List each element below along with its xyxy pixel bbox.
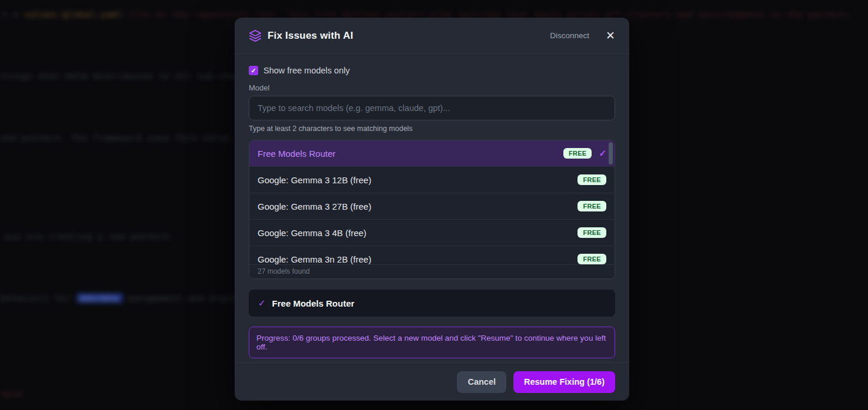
cancel-button[interactable]: Cancel (457, 371, 506, 393)
model-list-item[interactable]: Google: Gemma 3 27B (free) FREE ✓ (249, 193, 615, 220)
selected-model-name: Free Models Router (272, 298, 355, 308)
free-badge: FREE (563, 148, 592, 159)
show-free-models-checkbox-row[interactable]: ✓ Show free models only (249, 66, 615, 75)
background-code-token: values-global.yaml (24, 10, 123, 19)
background-text: behaviors for (0, 294, 77, 303)
close-icon[interactable]: ✕ (606, 30, 615, 41)
background-highlighted-word: secrets (77, 294, 122, 303)
free-badge: FREE (577, 174, 606, 185)
check-icon: ✓ (258, 298, 266, 308)
dialog-title: Fix Issues with AI (268, 30, 353, 42)
checkbox-label: Show free models only (263, 66, 350, 75)
selected-model-display: ✓ Free Models Router (249, 290, 615, 317)
fix-issues-dialog: Fix Issues with AI Disconnect ✕ ✓ Show f… (235, 18, 629, 401)
free-badge: FREE (577, 201, 606, 211)
background-text-line: Note (2, 390, 23, 398)
model-list-item[interactable]: Free Models Router FREE ✓ (249, 140, 615, 167)
background-text-line: ttings that Helm distributes to all sub-… (0, 72, 252, 80)
model-list: Free Models Router FREE ✓ Google: Gemma … (249, 140, 615, 279)
background-text-line: ned pattern. The framework uses this val… (0, 133, 258, 142)
dialog-footer: Cancel Resume Fixing (1/6) (235, 362, 629, 401)
model-name: Google: Gemma 3 4B (free) (258, 228, 366, 238)
checkbox-checked-icon[interactable]: ✓ (249, 66, 258, 75)
progress-note: Progress: 0/6 groups processed. Select a… (249, 327, 615, 358)
layers-icon (249, 29, 262, 42)
model-field-label: Model (249, 83, 615, 92)
model-search-input[interactable] (249, 96, 615, 120)
model-name: Google: Gemma 3n 2B (free) (258, 254, 371, 264)
background-text: s a (2, 10, 24, 19)
model-count-footer: 27 models found (249, 264, 615, 278)
dialog-header: Fix Issues with AI Disconnect ✕ (235, 18, 629, 54)
disconnect-button[interactable]: Disconnect (550, 31, 589, 40)
resume-fixing-button[interactable]: Resume Fixing (1/6) (513, 371, 615, 393)
model-name: Google: Gemma 3 27B (free) (258, 201, 371, 211)
background-text-line: you are creating a new pattern. (5, 232, 175, 241)
free-badge: FREE (577, 227, 606, 238)
list-scrollbar-thumb[interactable] (609, 142, 613, 164)
model-search-hint: Type at least 2 characters to see matchi… (249, 125, 615, 133)
background-text-line: behaviors for secrets management and Arg… (0, 294, 254, 303)
free-badge: FREE (577, 254, 606, 264)
model-list-item[interactable]: Google: Gemma 3 12B (free) FREE ✓ (249, 167, 615, 193)
dialog-body: ✓ Show free models only Model Type at le… (235, 54, 629, 362)
selected-check-icon: ✓ (599, 148, 606, 159)
model-name: Google: Gemma 3 12B (free) (258, 175, 371, 185)
model-name: Free Models Router (258, 149, 336, 159)
model-list-item[interactable]: Google: Gemma 3 4B (free) FREE ✓ (249, 220, 615, 246)
